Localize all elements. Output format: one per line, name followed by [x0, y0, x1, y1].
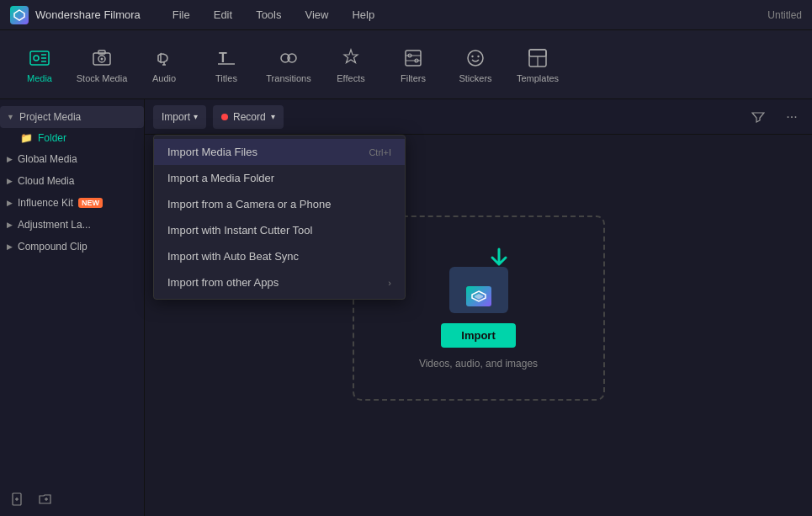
drop-description: Videos, audio, and images: [419, 358, 538, 370]
effects-icon: [339, 46, 363, 70]
project-media-label: Project Media: [19, 111, 81, 123]
sidebar-item-folder[interactable]: 📁 Folder: [0, 128, 144, 148]
sidebar-item-project-media[interactable]: ▼ Project Media: [0, 106, 144, 128]
menu-help[interactable]: Help: [343, 5, 383, 24]
drop-icon-container: [445, 246, 512, 313]
influence-kit-label: Influence Kit: [18, 197, 73, 209]
toolbar-stock-media[interactable]: Stock Media: [71, 35, 133, 94]
download-arrow-icon: [486, 246, 512, 279]
toolbar-audio[interactable]: Audio: [133, 35, 195, 94]
record-dropdown-icon: ▾: [271, 112, 275, 121]
sidebar: ▼ Project Media 📁 Folder ▶ Global Media …: [0, 99, 145, 516]
svg-rect-24: [529, 50, 546, 56]
import-center-label: Import: [461, 329, 495, 342]
record-dot-icon: [221, 114, 228, 120]
toolbar-stickers-label: Stickers: [459, 73, 491, 83]
svg-point-20: [468, 51, 483, 66]
sidebar-item-influence-kit[interactable]: ▶ Influence Kit NEW: [0, 192, 144, 214]
import-menu-item-other-apps[interactable]: Import from other Apps ›: [154, 269, 405, 295]
svg-text:T: T: [219, 51, 227, 65]
chevron-right-icon: ▶: [7, 155, 13, 163]
import-bar: Import ▾ Record ▾ ···: [145, 99, 812, 135]
media-icon: [28, 46, 51, 70]
toolbar-media[interactable]: Media: [8, 35, 71, 94]
title-bar: Wondershare Filmora File Edit Tools View…: [0, 0, 812, 30]
toolbar-stickers[interactable]: Stickers: [444, 35, 507, 94]
adjustment-layer-label: Adjustment La...: [18, 219, 91, 231]
toolbar-effects-label: Effects: [337, 73, 364, 83]
sidebar-item-adjustment-layer[interactable]: ▶ Adjustment La...: [0, 214, 144, 236]
folder-label: Folder: [38, 132, 66, 144]
svg-point-2: [34, 56, 39, 61]
toolbar-titles[interactable]: T Titles: [195, 35, 257, 94]
toolbar-transitions[interactable]: Transitions: [257, 35, 320, 94]
filters-icon: [401, 46, 425, 70]
more-options-button[interactable]: ···: [780, 105, 804, 129]
app-logo: [10, 6, 29, 24]
svg-point-8: [101, 57, 103, 60]
svg-rect-9: [98, 51, 105, 54]
svg-marker-32: [475, 294, 483, 300]
add-folder-button[interactable]: [35, 489, 56, 509]
record-button[interactable]: Record ▾: [213, 105, 284, 129]
toolbar-templates-label: Templates: [517, 73, 559, 83]
filter-button[interactable]: [746, 105, 770, 129]
chevron-right-icon4: ▶: [7, 221, 13, 229]
chevron-down-icon: ▼: [7, 113, 14, 121]
folder-icon: 📁: [20, 132, 33, 144]
import-folder-label: Import a Media Folder: [167, 172, 274, 184]
new-badge: NEW: [78, 198, 103, 208]
chevron-right-icon5: ▶: [7, 242, 13, 251]
import-label: Import: [162, 111, 190, 123]
app-name-label: Wondershare Filmora: [35, 8, 141, 21]
toolbar-media-label: Media: [27, 73, 52, 83]
menu-tools[interactable]: Tools: [247, 5, 289, 24]
toolbar-audio-label: Audio: [152, 73, 176, 83]
stock-media-icon: [90, 46, 114, 70]
transitions-icon: [277, 46, 300, 70]
window-title: Untitled: [767, 9, 802, 21]
svg-marker-0: [14, 10, 24, 20]
main-area: ▼ Project Media 📁 Folder ▶ Global Media …: [0, 99, 812, 516]
import-camera-label: Import from a Camera or a Phone: [167, 198, 331, 210]
add-file-button[interactable]: [8, 489, 29, 509]
svg-point-21: [471, 55, 473, 56]
toolbar-templates[interactable]: Templates: [507, 35, 569, 94]
titles-icon: T: [215, 46, 238, 70]
compound-clip-label: Compound Clip: [18, 241, 88, 253]
menu-file[interactable]: File: [164, 5, 199, 24]
menu-edit[interactable]: Edit: [205, 5, 241, 24]
toolbar-effects[interactable]: Effects: [320, 35, 382, 94]
import-dropdown-icon: ▾: [194, 112, 198, 121]
chevron-right-icon3: ▶: [7, 199, 13, 207]
import-other-apps-label: Import from other Apps: [167, 276, 279, 289]
import-files-shortcut: Ctrl+I: [369, 147, 391, 157]
sidebar-item-global-media[interactable]: ▶ Global Media: [0, 148, 144, 170]
sidebar-item-compound-clip[interactable]: ▶ Compound Clip: [0, 236, 144, 258]
import-menu-item-camera[interactable]: Import from a Camera or a Phone: [154, 191, 405, 217]
import-dropdown-menu: Import Media Files Ctrl+I Import a Media…: [153, 135, 406, 300]
import-auto-beat-label: Import with Auto Beat Sync: [167, 250, 299, 263]
templates-icon: [526, 46, 549, 70]
chevron-right-icon2: ▶: [7, 177, 13, 185]
import-menu-item-folder[interactable]: Import a Media Folder: [154, 165, 405, 191]
global-media-label: Global Media: [18, 153, 77, 165]
filmora-small-icon: [466, 286, 491, 306]
sidebar-item-cloud-media[interactable]: ▶ Cloud Media: [0, 170, 144, 192]
toolbar-transitions-label: Transitions: [266, 73, 310, 83]
menu-view[interactable]: View: [296, 5, 337, 24]
content-area: Import ▾ Record ▾ ··· Import Media Files…: [145, 99, 812, 516]
audio-icon: [152, 46, 176, 70]
toolbar-filters[interactable]: Filters: [382, 35, 444, 94]
toolbar-titles-label: Titles: [215, 73, 237, 83]
import-menu-item-files[interactable]: Import Media Files Ctrl+I: [154, 139, 405, 165]
import-center-button[interactable]: Import: [441, 323, 515, 348]
svg-rect-15: [406, 51, 421, 66]
toolbar: Media Stock Media Audio T: [0, 30, 812, 99]
import-menu-item-instant[interactable]: Import with Instant Cutter Tool: [154, 217, 405, 243]
import-instant-label: Import with Instant Cutter Tool: [167, 224, 312, 237]
import-menu-item-auto-beat[interactable]: Import with Auto Beat Sync: [154, 243, 405, 269]
submenu-arrow-icon: ›: [388, 278, 391, 288]
stickers-icon: [464, 46, 487, 70]
import-button[interactable]: Import ▾: [153, 105, 206, 129]
